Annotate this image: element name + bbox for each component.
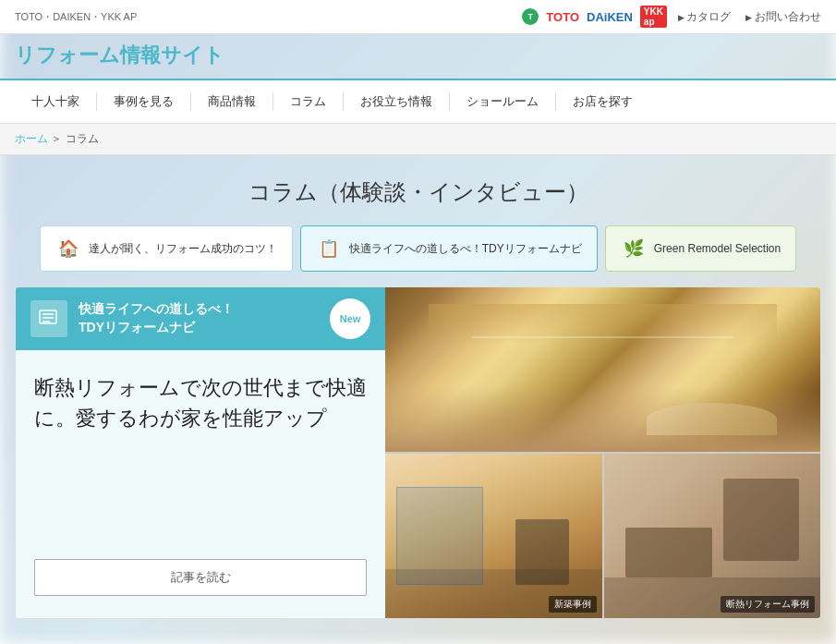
tab-tatsujin-label: 達人が聞く、リフォーム成功のコツ！ bbox=[89, 241, 277, 257]
nav-jirei[interactable]: 事例を見る bbox=[97, 80, 190, 123]
read-more-button[interactable]: 記事を読む bbox=[34, 559, 367, 596]
breadcrumb-home[interactable]: ホーム bbox=[15, 132, 48, 145]
article-image-grid: 新築事例 断熱リフォーム事例 bbox=[385, 287, 820, 618]
nav-juunintojuu[interactable]: 十人十家 bbox=[15, 80, 96, 123]
banner-text: 快適ライフへの道しるべ！ TDYリフォームナビ bbox=[79, 300, 234, 336]
nav-showroom[interactable]: ショールーム bbox=[450, 80, 555, 123]
nav-column[interactable]: コラム bbox=[273, 80, 343, 123]
breadcrumb-separator: ＞ bbox=[51, 132, 62, 145]
room-image-bottom-left: 新築事例 bbox=[385, 454, 602, 618]
top-bar-right: T TOTO DAiKEN YKKap カタログ お問い合わせ bbox=[522, 6, 821, 28]
tab-tdynavi-label: 快適ライフへの道しるべ！TDYリフォームナビ bbox=[349, 241, 582, 257]
main-header: リフォーム情報サイト bbox=[0, 34, 836, 80]
nav-store[interactable]: お店を探す bbox=[556, 80, 649, 123]
toto-logo: TOTO bbox=[546, 10, 579, 24]
article-headline: 断熱リフォームで次の世代まで快適に。愛するわが家を性能アップ bbox=[34, 372, 367, 433]
banner-title-line1: 快適ライフへの道しるべ！ bbox=[79, 300, 234, 319]
site-title: リフォーム情報サイト bbox=[15, 43, 224, 67]
top-bar-links: カタログ お問い合わせ bbox=[678, 9, 821, 25]
daiken-logo: DAiKEN bbox=[587, 10, 633, 24]
house-icon: 🏠 bbox=[55, 236, 81, 261]
doc-icon: 📋 bbox=[316, 236, 342, 261]
tab-tatsujin[interactable]: 🏠 達人が聞く、リフォーム成功のコツ！ bbox=[40, 225, 293, 272]
brand-logos: T TOTO DAiKEN YKKap bbox=[522, 6, 667, 28]
article-card: 快適ライフへの道しるべ！ TDYリフォームナビ New 断熱リフォームで次の世代… bbox=[15, 286, 821, 619]
tab-greenremodel[interactable]: 🌿 Green Remodel Selection bbox=[605, 225, 796, 272]
article-left-panel: 快適ライフへの道しるべ！ TDYリフォームナビ New 断熱リフォームで次の世代… bbox=[16, 287, 385, 618]
brand-prefix: TOTO・DAIKEN・YKK AP bbox=[15, 10, 137, 24]
contact-link[interactable]: お問い合わせ bbox=[745, 9, 821, 25]
navigation: 十人十家 事例を見る 商品情報 コラム お役立ち情報 ショールーム お店を探す bbox=[0, 80, 836, 124]
nav-shouhin[interactable]: 商品情報 bbox=[191, 80, 273, 123]
room-image-bottom-right: 断熱リフォーム事例 bbox=[604, 454, 821, 618]
leaf-icon: 🌿 bbox=[621, 236, 647, 261]
banner-icon bbox=[30, 300, 67, 337]
tabs-container: 🏠 達人が聞く、リフォーム成功のコツ！ 📋 快適ライフへの道しるべ！TDYリフォ… bbox=[0, 225, 836, 286]
nav-oyakudachi[interactable]: お役立ち情報 bbox=[344, 80, 449, 123]
content-area: 快適ライフへの道しるべ！ TDYリフォームナビ New 断熱リフォームで次の世代… bbox=[0, 286, 836, 641]
catalog-link[interactable]: カタログ bbox=[678, 9, 732, 25]
image-label-shinchiku: 新築事例 bbox=[549, 596, 597, 613]
page-title: コラム（体験談・インタビュー） bbox=[0, 177, 836, 207]
breadcrumb: ホーム ＞ コラム bbox=[0, 124, 836, 155]
ykkap-logo: YKKap bbox=[640, 6, 667, 28]
page-title-section: コラム（体験談・インタビュー） bbox=[0, 155, 836, 225]
breadcrumb-current: コラム bbox=[66, 132, 99, 145]
tab-greenremodel-label: Green Remodel Selection bbox=[654, 241, 781, 257]
article-body: 断熱リフォームで次の世代まで快適に。愛するわが家を性能アップ 記事を読む bbox=[16, 350, 385, 618]
image-label-dannetu: 断熱リフォーム事例 bbox=[721, 596, 815, 613]
toto-circle-icon: T bbox=[522, 8, 539, 25]
room-image-top bbox=[385, 287, 820, 452]
top-bar: TOTO・DAIKEN・YKK AP T TOTO DAiKEN YKKap カ… bbox=[0, 0, 836, 34]
article-banner: 快適ライフへの道しるべ！ TDYリフォームナビ New bbox=[16, 287, 385, 350]
new-badge: New bbox=[330, 298, 370, 339]
banner-title-line2: TDYリフォームナビ bbox=[79, 319, 234, 337]
tab-tdynavi[interactable]: 📋 快適ライフへの道しるべ！TDYリフォームナビ bbox=[300, 225, 598, 272]
